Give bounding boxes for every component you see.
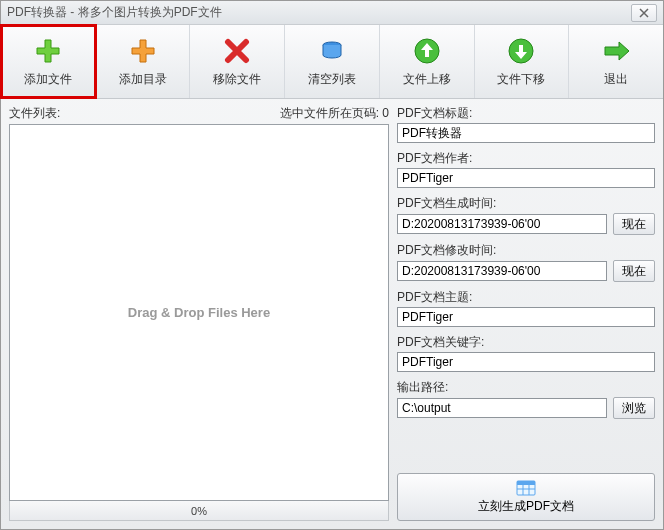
remove-file-button[interactable]: 移除文件 — [190, 25, 285, 98]
x-red-icon — [221, 35, 253, 67]
keywords-input[interactable] — [397, 352, 655, 372]
field-author: PDF文档作者: — [397, 150, 655, 188]
arrow-down-icon — [505, 35, 537, 67]
output-input[interactable] — [397, 398, 607, 418]
generate-pdf-button[interactable]: 立刻生成PDF文档 — [397, 473, 655, 521]
subject-input[interactable] — [397, 307, 655, 327]
exit-button[interactable]: 退出 — [569, 25, 663, 98]
plus-green-icon — [32, 35, 64, 67]
keywords-label: PDF文档关键字: — [397, 334, 655, 351]
browse-button[interactable]: 浏览 — [613, 397, 655, 419]
output-label: 输出路径: — [397, 379, 655, 396]
file-down-button[interactable]: 文件下移 — [475, 25, 570, 98]
file-list-label: 文件列表: — [9, 105, 60, 122]
title-input[interactable] — [397, 123, 655, 143]
trash-icon — [316, 35, 348, 67]
clear-list-label: 清空列表 — [308, 71, 356, 88]
add-dir-button[interactable]: 添加目录 — [96, 25, 191, 98]
selected-page-label: 选中文件所在页码: 0 — [280, 105, 389, 122]
plus-orange-icon — [127, 35, 159, 67]
add-file-label: 添加文件 — [24, 71, 72, 88]
field-subject: PDF文档主题: — [397, 289, 655, 327]
generate-label: 立刻生成PDF文档 — [478, 498, 574, 515]
svg-rect-4 — [517, 481, 535, 485]
field-title: PDF文档标题: — [397, 105, 655, 143]
left-header: 文件列表: 选中文件所在页码: 0 — [9, 105, 389, 122]
field-modified: PDF文档修改时间: 现在 — [397, 242, 655, 282]
created-label: PDF文档生成时间: — [397, 195, 655, 212]
close-button[interactable] — [631, 4, 657, 22]
exit-label: 退出 — [604, 71, 628, 88]
titlebar: PDF转换器 - 将多个图片转换为PDF文件 — [1, 1, 663, 25]
file-up-label: 文件上移 — [403, 71, 451, 88]
modified-label: PDF文档修改时间: — [397, 242, 655, 259]
created-now-button[interactable]: 现在 — [613, 213, 655, 235]
author-label: PDF文档作者: — [397, 150, 655, 167]
file-down-label: 文件下移 — [497, 71, 545, 88]
add-file-button[interactable]: 添加文件 — [1, 25, 96, 98]
file-up-button[interactable]: 文件上移 — [380, 25, 475, 98]
close-icon — [639, 8, 649, 18]
exit-arrow-icon — [600, 35, 632, 67]
file-list-dropzone[interactable]: Drag & Drop Files Here — [9, 124, 389, 501]
app-window: PDF转换器 - 将多个图片转换为PDF文件 添加文件 添加目录 移除文件 — [0, 0, 664, 530]
field-keywords: PDF文档关键字: — [397, 334, 655, 372]
arrow-up-icon — [411, 35, 443, 67]
author-input[interactable] — [397, 168, 655, 188]
title-label: PDF文档标题: — [397, 105, 655, 122]
spreadsheet-icon — [516, 480, 536, 496]
modified-now-button[interactable]: 现在 — [613, 260, 655, 282]
toolbar: 添加文件 添加目录 移除文件 清空列表 文件上移 — [1, 25, 663, 99]
subject-label: PDF文档主题: — [397, 289, 655, 306]
right-column: PDF文档标题: PDF文档作者: PDF文档生成时间: 现在 PDF文档修改时… — [397, 105, 655, 521]
left-column: 文件列表: 选中文件所在页码: 0 Drag & Drop Files Here… — [9, 105, 389, 521]
clear-list-button[interactable]: 清空列表 — [285, 25, 380, 98]
remove-file-label: 移除文件 — [213, 71, 261, 88]
field-created: PDF文档生成时间: 现在 — [397, 195, 655, 235]
modified-input[interactable] — [397, 261, 607, 281]
progress-bar: 0% — [9, 501, 389, 521]
window-title: PDF转换器 - 将多个图片转换为PDF文件 — [7, 4, 631, 21]
progress-text: 0% — [191, 505, 207, 517]
created-input[interactable] — [397, 214, 607, 234]
body-area: 文件列表: 选中文件所在页码: 0 Drag & Drop Files Here… — [1, 99, 663, 529]
drop-hint: Drag & Drop Files Here — [128, 305, 270, 320]
add-dir-label: 添加目录 — [119, 71, 167, 88]
field-output: 输出路径: 浏览 — [397, 379, 655, 419]
